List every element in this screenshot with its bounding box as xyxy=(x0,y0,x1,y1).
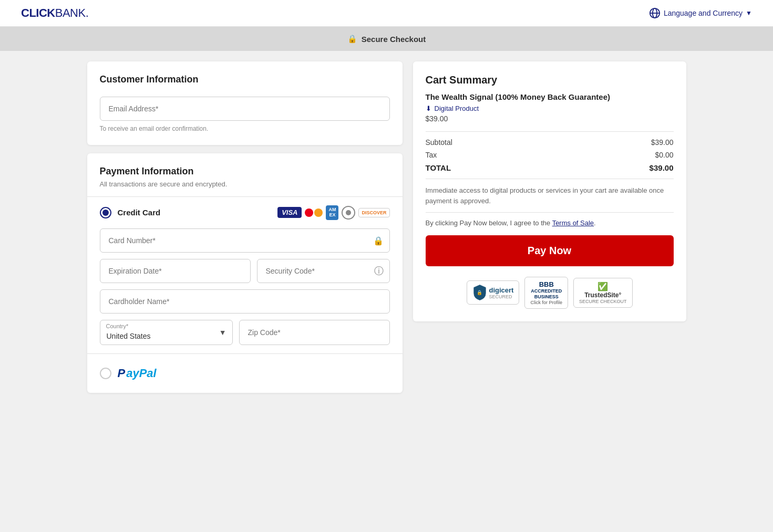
lock-icon: 🔒 xyxy=(373,235,384,245)
subtotal-row: Subtotal $39.00 xyxy=(426,138,674,147)
header: CLICKBANK. Language and Currency ▼ xyxy=(0,0,773,27)
diners-badge xyxy=(342,206,355,220)
bbb-click-text: Click for Profile xyxy=(530,300,562,305)
info-icon: ⓘ xyxy=(374,265,384,277)
secure-checkout-label: Secure Checkout xyxy=(362,35,426,44)
security-code-field[interactable] xyxy=(257,259,390,283)
globe-icon xyxy=(649,7,661,19)
terms-of-sale-link[interactable]: Terms of Sale xyxy=(552,219,594,227)
logo-bold: CLICK xyxy=(21,6,55,19)
card-details-row: ⓘ xyxy=(100,259,390,283)
discover-badge: DISCOVER xyxy=(358,208,389,217)
digital-product-label: Digital Product xyxy=(435,105,479,112)
product-name: The Wealth Signal (100% Money Back Guara… xyxy=(426,92,674,101)
secure-checkout-banner: 🔒 Secure Checkout xyxy=(0,27,773,51)
paypal-divider xyxy=(87,353,403,354)
product-price: $39.00 xyxy=(426,114,674,123)
card-number-field[interactable] xyxy=(100,228,390,253)
paypal-option[interactable]: P ayPal xyxy=(100,362,390,380)
paypal-logo: P ayPal xyxy=(118,367,157,380)
lang-currency-label: Language and Currency xyxy=(664,9,743,17)
card-logos: VISA AMEX DISCOVER xyxy=(277,205,389,220)
tax-value: $0.00 xyxy=(655,151,673,159)
security-code-wrap: ⓘ xyxy=(257,259,390,283)
credit-card-radio-inner xyxy=(102,210,109,216)
expiration-date-field[interactable] xyxy=(100,259,251,283)
paypal-text: ayPal xyxy=(126,367,157,380)
pay-now-button[interactable]: Pay Now xyxy=(426,235,674,266)
paypal-radio[interactable] xyxy=(100,368,111,379)
total-label: TOTAL xyxy=(426,163,451,172)
trusted-site-badge[interactable]: ✅ TrustedSite° SECURE CHECKOUT xyxy=(573,278,633,308)
email-hint: To receive an email order confirmation. xyxy=(100,125,390,132)
cart-divider-1 xyxy=(426,131,674,132)
cart-divider-3 xyxy=(426,212,674,213)
country-zip-row: Country* United States ▼ xyxy=(100,320,390,345)
payment-info-subtitle: All transactions are secure and encrypte… xyxy=(100,180,390,188)
credit-card-label: Credit Card xyxy=(118,208,161,217)
download-icon: ⬇ xyxy=(426,105,431,112)
email-field[interactable] xyxy=(100,97,390,121)
bbb-badge[interactable]: BBB ACCREDITEDBUSINESS Click for Profile xyxy=(524,277,568,309)
terms-text: By clicking Pay Now below, I agree to th… xyxy=(426,219,674,227)
subtotal-label: Subtotal xyxy=(426,138,452,147)
payment-divider xyxy=(87,196,403,197)
chevron-down-icon: ▼ xyxy=(746,9,752,17)
total-row: TOTAL $39.00 xyxy=(426,163,674,172)
paypal-p-icon: P xyxy=(118,367,126,380)
logo: CLICKBANK. xyxy=(21,6,88,20)
payment-info-card: Payment Information All transactions are… xyxy=(87,153,403,393)
tax-label: Tax xyxy=(426,151,437,159)
customer-info-card: Customer Information To receive an email… xyxy=(87,61,403,145)
digicert-shield-icon: 🔒 xyxy=(472,284,487,301)
terms-period: . xyxy=(594,219,596,227)
tax-row: Tax $0.00 xyxy=(426,151,674,159)
lock-icon: 🔒 xyxy=(347,34,357,44)
customer-info-title: Customer Information xyxy=(100,74,390,85)
digicert-label: digicert xyxy=(489,286,514,295)
left-column: Customer Information To receive an email… xyxy=(87,61,403,393)
digicert-sub: SECURED xyxy=(489,294,514,299)
mastercard-badge xyxy=(305,207,323,218)
digicert-badge[interactable]: 🔒 digicert SECURED xyxy=(467,280,520,305)
trusted-label: TrustedSite° xyxy=(579,291,627,299)
zip-code-field[interactable] xyxy=(239,320,390,345)
trust-badges: 🔒 digicert SECURED BBB ACCREDITEDBUSINES… xyxy=(426,277,674,309)
payment-info-title: Payment Information xyxy=(100,166,390,177)
amex-badge: AMEX xyxy=(326,205,338,220)
digital-product-row: ⬇ Digital Product xyxy=(426,105,674,112)
total-value: $39.00 xyxy=(650,163,674,172)
trusted-check-icon: ✅ xyxy=(579,281,627,291)
credit-card-option[interactable]: Credit Card VISA AMEX xyxy=(100,205,390,220)
cart-title: Cart Summary xyxy=(426,74,674,86)
credit-card-radio[interactable] xyxy=(100,207,111,218)
bbb-accredited-text: ACCREDITEDBUSINESS xyxy=(530,288,562,300)
logo-light: BANK. xyxy=(55,6,89,19)
visa-badge: VISA xyxy=(277,207,302,218)
bbb-logo: BBB xyxy=(530,280,562,288)
country-select-wrap: Country* United States ▼ xyxy=(100,320,233,345)
terms-prefix: By clicking Pay Now below, I agree to th… xyxy=(426,219,551,227)
cart-summary-card: Cart Summary The Wealth Signal (100% Mon… xyxy=(413,61,686,321)
digicert-text-block: digicert SECURED xyxy=(489,286,514,300)
cart-divider-2 xyxy=(426,179,674,179)
country-label: Country* xyxy=(106,323,129,329)
main-layout: Customer Information To receive an email… xyxy=(71,51,702,403)
card-number-field-wrap: 🔒 xyxy=(100,228,390,253)
svg-text:🔒: 🔒 xyxy=(477,289,482,296)
language-currency-button[interactable]: Language and Currency ▼ xyxy=(649,7,752,19)
access-note: Immediate access to digital products or … xyxy=(426,185,674,206)
subtotal-value: $39.00 xyxy=(651,138,674,147)
trusted-sub: SECURE CHECKOUT xyxy=(579,299,627,304)
cardholder-name-field[interactable] xyxy=(100,289,390,314)
